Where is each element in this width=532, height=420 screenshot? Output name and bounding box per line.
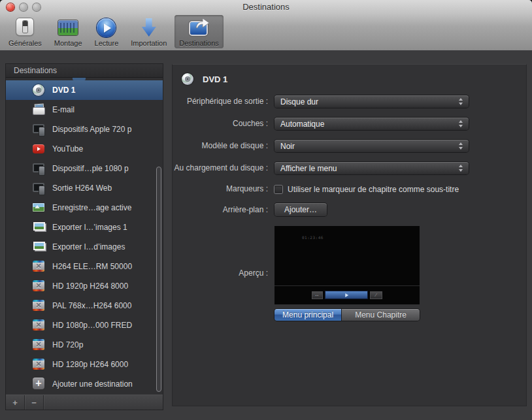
preview-column: 01:23:46 Menu principal Menu Chapitre	[274, 226, 420, 321]
destination-icon	[32, 280, 46, 293]
destination-label: HD 1920p H264 8000	[52, 282, 128, 291]
destination-list-item[interactable]: HD 1280p H264 6000	[6, 355, 163, 374]
destination-label: HD 1280p H264 6000	[52, 360, 128, 369]
background-label: Arrière-plan :	[173, 205, 268, 215]
layers-row: Couches : Automatique	[173, 118, 526, 130]
add-destination-button[interactable]: +	[6, 395, 25, 410]
when-disc-loads-row: Au chargement du disque : Afficher le me…	[173, 162, 526, 174]
destination-list-item[interactable]: Sortie H264 Web	[6, 178, 163, 198]
add-background-button[interactable]: Ajouter…	[274, 203, 327, 216]
destination-label: E-mail	[52, 105, 75, 114]
destination-icon	[32, 84, 46, 97]
destinations-share-icon	[188, 16, 211, 39]
playback-icon	[95, 16, 118, 39]
tab-menu-chapitre[interactable]: Menu Chapitre	[341, 309, 420, 321]
dvd-menu-preview: 01:23:46	[274, 226, 420, 304]
close-button[interactable]	[7, 3, 14, 11]
destination-icon	[32, 299, 46, 312]
toolbar-item-generales[interactable]: Générales	[4, 15, 46, 48]
destination-icon	[32, 123, 46, 136]
preferences-window: Destinations Générales Montage Lecture I…	[0, 0, 532, 420]
destination-list-item[interactable]: Dispositifs Apple 720 p	[6, 120, 163, 139]
when-disc-loads-label: Au chargement du disque :	[173, 163, 268, 173]
destination-list-item[interactable]: E-mail	[6, 100, 163, 120]
preview-row: Aperçu : 01:23:46 Menu principal Menu	[173, 226, 526, 321]
background-row: Arrière-plan : Ajouter…	[173, 203, 526, 216]
titlebar[interactable]: Destinations	[0, 0, 532, 14]
destination-icon	[32, 378, 46, 391]
preview-timecode: 01:23:46	[302, 235, 324, 240]
partial-list-item	[6, 78, 163, 80]
destination-icon	[32, 103, 46, 116]
disc-template-label: Modèle de disque :	[173, 141, 268, 151]
stepper-arrows-icon	[458, 120, 464, 128]
destination-icon	[32, 358, 46, 371]
layers-label: Couches :	[173, 119, 268, 129]
output-device-label: Périphérique de sortie :	[173, 97, 268, 106]
destination-list-item[interactable]: Ajouter une destination	[6, 374, 163, 394]
destination-label: H264 ELE…RM 50000	[52, 262, 132, 271]
toolbar-item-importation[interactable]: Importation	[126, 15, 171, 48]
destination-icon	[32, 182, 46, 195]
destination-list-item[interactable]: Exporter l…d’images	[6, 237, 163, 257]
dvd-icon	[181, 73, 195, 86]
chapter-marker-checkbox[interactable]	[274, 186, 282, 193]
destination-icon	[32, 201, 46, 214]
destination-list-item[interactable]: Enregistre…age active	[6, 198, 163, 218]
destination-icon	[32, 142, 46, 155]
destination-list-item[interactable]: HD 720p	[6, 335, 163, 355]
window-title: Destinations	[0, 0, 532, 14]
disc-template-select[interactable]: Noir	[274, 140, 469, 152]
when-disc-loads-select[interactable]: Afficher le menu	[274, 162, 469, 174]
preview-label: Aperçu :	[173, 268, 268, 278]
destination-list-item[interactable]: DVD 1	[6, 80, 163, 100]
destination-icon	[32, 319, 46, 332]
toolbar-item-lecture[interactable]: Lecture	[90, 15, 124, 48]
toolbar-item-destinations[interactable]: Destinations	[175, 15, 224, 48]
panel-title: DVD 1	[203, 74, 227, 84]
output-device-select[interactable]: Disque dur	[274, 95, 469, 108]
sidebar-header: Destinations	[6, 64, 163, 78]
disc-template-row: Modèle de disque : Noir	[173, 140, 526, 152]
scrollbar-thumb[interactable]	[156, 167, 161, 392]
zoom-button	[33, 3, 41, 11]
markers-row: Marqueurs : Utiliser le marqueur de chap…	[173, 184, 526, 194]
destination-list-item[interactable]: H264 ELE…RM 50000	[6, 257, 163, 276]
preview-divider	[274, 285, 420, 286]
minimize-button	[20, 3, 27, 11]
toolbar: Générales Montage Lecture Importation	[4, 15, 224, 48]
traffic-lights	[7, 3, 41, 11]
destination-list-item[interactable]: Dispositif…ple 1080 p	[6, 159, 163, 178]
destination-list-item[interactable]: Exporter l…’images 1	[6, 218, 163, 237]
destination-icon	[32, 162, 46, 175]
preview-play-button[interactable]	[325, 291, 367, 299]
destination-list-item[interactable]: YouTube	[6, 139, 163, 159]
destination-label: Exporter l…’images 1	[52, 223, 127, 232]
general-settings-icon	[13, 16, 37, 39]
preview-frames-button[interactable]	[312, 292, 322, 299]
settings-form: Périphérique de sortie : Disque dur Couc…	[173, 95, 526, 321]
destination-label: Enregistre…age active	[52, 203, 131, 212]
toolbar-item-montage[interactable]: Montage	[50, 15, 87, 48]
destination-label: HD 720p	[52, 340, 83, 349]
preview-controls	[274, 291, 420, 299]
destination-label: DVD 1	[52, 86, 75, 95]
destination-label: Ajouter une destination	[52, 380, 133, 389]
sidebar-footer: + −	[6, 395, 163, 410]
remove-destination-button[interactable]: −	[25, 395, 44, 410]
destination-list-item[interactable]: PAL 768x…H264 6000	[6, 296, 163, 315]
tab-menu-principal[interactable]: Menu principal	[274, 309, 341, 321]
destination-list-item[interactable]: HD 1080p…000 FRED	[6, 315, 163, 335]
destination-icon	[32, 240, 46, 253]
detail-panel: DVD 1 Périphérique de sortie : Disque du…	[172, 64, 527, 406]
editing-icon	[56, 16, 80, 39]
destination-list-item[interactable]: HD 1920p H264 8000	[6, 276, 163, 296]
preview-audio-button[interactable]	[371, 292, 382, 299]
layers-select[interactable]: Automatique	[274, 118, 469, 130]
destination-icon	[32, 260, 46, 273]
sidebar: Destinations DVD 1 E-mail Dispositifs Ap…	[5, 63, 163, 410]
import-arrow-icon	[137, 16, 161, 39]
stepper-arrows-icon	[458, 97, 464, 106]
panel-header: DVD 1	[181, 73, 526, 86]
destination-label: HD 1080p…000 FRED	[52, 321, 132, 330]
